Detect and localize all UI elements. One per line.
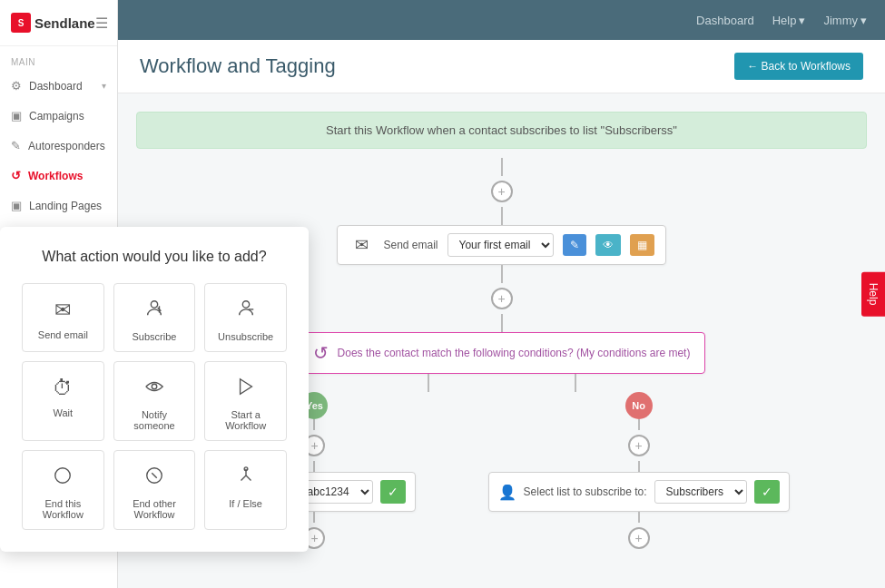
sidebar-item-campaigns[interactable]: ▣ Campaigns [0,101,117,131]
action-notify[interactable]: Notify someone [113,361,196,441]
user-chevron-icon: ▾ [860,14,867,27]
flow-line [501,314,503,332]
send-email-node: ✉ Send email Your first email ✎ 👁 ▦ [337,225,665,265]
workflow-trigger-banner: Start this Workflow when a contact subsc… [136,112,867,149]
action-start-workflow[interactable]: Start a Workflow [204,361,287,441]
action-end-workflow[interactable]: End this Workflow [22,450,104,530]
action-if-else[interactable]: If / Else [204,450,287,530]
sidebar-logo: S Sendlane ☰ [0,0,117,46]
add-action-button-1[interactable]: + [491,181,513,202]
topnav: Dashboard Help ▾ Jimmy ▾ [118,0,885,40]
action-subscribe[interactable]: Subscribe [113,283,196,352]
campaigns-icon: ▣ [11,109,22,122]
svg-point-3 [242,301,249,308]
action-label: End other Workflow [122,498,188,520]
chevron-icon: ▾ [102,81,106,91]
action-label: Start a Workflow [212,409,279,431]
save-subscribe-button[interactable]: ✓ [754,480,780,504]
sidebar-item-dashboard[interactable]: ⚙ Dashboard ▾ [0,71,117,101]
preview-email-button[interactable]: 👁 [595,234,621,256]
svg-point-5 [152,384,157,389]
send-email-icon: ✉ [54,299,71,322]
page-header: Workflow and Tagging ← Back to Workflows [118,40,885,93]
end-workflow-icon [53,466,73,491]
action-label: End this Workflow [30,498,96,520]
subscribe-select[interactable]: Subscribers [654,480,747,504]
save-tag-button[interactable]: ✓ [380,480,406,504]
svg-line-9 [152,473,157,478]
subscribe-node: 👤 Select list to subscribe to: Subscribe… [488,472,790,512]
unsubscribe-icon [236,299,256,324]
action-grid: ✉ Send email Subscribe Unsubscribe ⏱ Wai… [22,283,287,530]
no-branch: No + 👤 Select list to subscribe to: Subs… [488,392,790,554]
back-to-workflows-button[interactable]: ← Back to Workflows [734,53,863,80]
email-node-icon: ✉ [349,235,374,255]
sidebar-item-label: Workflows [28,170,83,182]
logo: S Sendlane [11,13,95,33]
subscribe-icon [144,299,164,324]
action-label: Subscribe [133,331,177,342]
autoresponders-icon: ✎ [11,139,21,152]
modal-title: What action would you like to add? [22,249,287,265]
notify-icon [144,377,164,402]
action-wait[interactable]: ⏱ Wait [22,361,104,441]
action-unsubscribe[interactable]: Unsubscribe [204,283,287,352]
flow-line [501,158,503,176]
svg-point-10 [244,467,248,471]
condition-node: ↺ Does the contact match the following c… [298,332,706,374]
send-email-label: Send email [383,239,438,251]
help-button[interactable]: Help [861,272,885,317]
sidebar-item-label: Campaigns [29,110,84,122]
sidebar-item-landing-pages[interactable]: ▣ Landing Pages [0,191,117,220]
add-action-button-2[interactable]: + [491,288,513,309]
action-send-email[interactable]: ✉ Send email [22,283,104,352]
svg-point-0 [151,301,157,308]
sidebar-item-label: Dashboard [29,80,83,93]
condition-text: Does the contact match the following con… [338,347,691,359]
menu-icon[interactable]: ☰ [95,15,108,32]
end-other-icon [144,466,164,491]
action-label: Wait [54,407,74,418]
action-label: If / Else [229,498,262,509]
sidebar-item-label: Landing Pages [29,200,102,212]
sidebar-item-workflows[interactable]: ↺ Workflows [0,161,117,191]
action-label: Notify someone [122,409,188,431]
page-title: Workflow and Tagging [140,54,336,78]
subscribe-label: Select list to subscribe to: [524,485,647,498]
action-label: Unsubscribe [218,331,273,342]
stats-email-button[interactable]: ▦ [630,234,654,256]
start-workflow-icon [236,377,256,402]
nav-dashboard[interactable]: Dashboard [696,14,754,27]
no-label: No [625,392,653,419]
condition-icon: ↺ [313,342,329,364]
logo-icon: S [11,13,31,33]
svg-point-7 [55,468,71,484]
edit-email-button[interactable]: ✎ [563,234,586,256]
if-else-icon [236,466,256,491]
wait-icon: ⏱ [53,377,73,400]
action-label: Send email [38,329,88,340]
workflows-icon: ↺ [11,169,21,182]
subscribe-icon: 👤 [498,484,516,501]
action-modal: What action would you like to add? ✉ Sen… [0,227,309,552]
dashboard-icon: ⚙ [11,79,22,93]
logo-label: Sendlane [34,15,95,31]
nav-user[interactable]: Jimmy ▾ [823,14,867,27]
help-chevron-icon: ▾ [799,14,805,27]
email-select[interactable]: Your first email [447,233,554,257]
sidebar-item-label: Autoresponders [28,140,105,152]
flow-line [501,207,503,225]
flow-line [501,265,503,283]
add-no-action-button-2[interactable]: + [628,527,650,549]
action-end-other-workflow[interactable]: End other Workflow [113,450,196,530]
nav-help[interactable]: Help ▾ [772,14,806,27]
add-no-action-button[interactable]: + [628,435,650,456]
svg-marker-6 [240,379,251,395]
sidebar-item-autoresponders[interactable]: ✎ Autoresponders [0,131,117,161]
sidebar-section: MAIN [0,46,117,71]
landing-pages-icon: ▣ [11,199,22,212]
